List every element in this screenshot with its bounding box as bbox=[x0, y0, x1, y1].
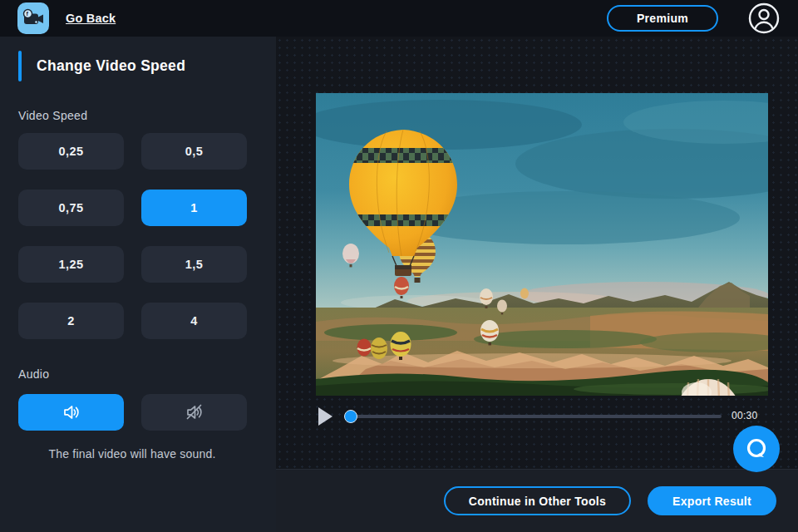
top-bar: f Go Back Premium bbox=[0, 0, 798, 37]
video-speed-label: Video Speed bbox=[18, 109, 276, 122]
user-avatar-icon[interactable] bbox=[748, 2, 780, 34]
video-camera-icon[interactable]: f bbox=[17, 2, 49, 34]
page-title: Change Video Speed bbox=[37, 57, 185, 75]
chat-bubble-icon bbox=[744, 436, 769, 461]
video-preview[interactable] bbox=[316, 93, 768, 396]
page-title-row: Change Video Speed bbox=[18, 50, 276, 81]
bottom-action-bar: Continue in Other Tools Export Result bbox=[276, 469, 798, 532]
main-area: 00:30 Continue in Other Tools Export Res… bbox=[276, 37, 798, 532]
seek-bar[interactable] bbox=[351, 415, 722, 418]
balloons-video-frame bbox=[316, 93, 768, 396]
title-accent-bar bbox=[18, 51, 22, 81]
audio-note: The final video will have sound. bbox=[18, 447, 246, 461]
speed-option-0-25[interactable]: 0,25 bbox=[18, 133, 124, 170]
audio-label: Audio bbox=[18, 367, 276, 381]
app-window: f Go Back Premium Change Video Speed Vid… bbox=[0, 0, 798, 532]
duration-label: 00:30 bbox=[732, 410, 758, 421]
continue-other-tools-button[interactable]: Continue in Other Tools bbox=[444, 486, 631, 515]
speed-option-0-5[interactable]: 0,5 bbox=[141, 133, 247, 170]
play-button[interactable] bbox=[318, 407, 332, 426]
speed-option-0-75[interactable]: 0,75 bbox=[18, 190, 124, 226]
speed-option-1[interactable]: 1 bbox=[141, 190, 247, 226]
audio-sound-off-button[interactable] bbox=[141, 394, 247, 431]
audio-options bbox=[18, 394, 276, 431]
speaker-icon bbox=[62, 402, 81, 422]
export-result-button[interactable]: Export Result bbox=[648, 486, 776, 515]
seek-thumb[interactable] bbox=[344, 410, 357, 423]
speed-option-2[interactable]: 2 bbox=[18, 303, 124, 339]
speed-option-4[interactable]: 4 bbox=[141, 303, 247, 339]
speed-grid: 0,250,50,7511,251,524 bbox=[18, 133, 276, 339]
go-back-link[interactable]: Go Back bbox=[66, 12, 116, 25]
speaker-muted-icon bbox=[185, 402, 204, 422]
speed-option-1-5[interactable]: 1,5 bbox=[141, 246, 247, 283]
chat-widget-button[interactable] bbox=[733, 426, 780, 472]
speed-option-1-25[interactable]: 1,25 bbox=[18, 246, 124, 283]
sidebar: Change Video Speed Video Speed 0,250,50,… bbox=[0, 37, 276, 532]
audio-sound-on-button[interactable] bbox=[18, 394, 124, 431]
premium-button[interactable]: Premium bbox=[607, 5, 718, 32]
